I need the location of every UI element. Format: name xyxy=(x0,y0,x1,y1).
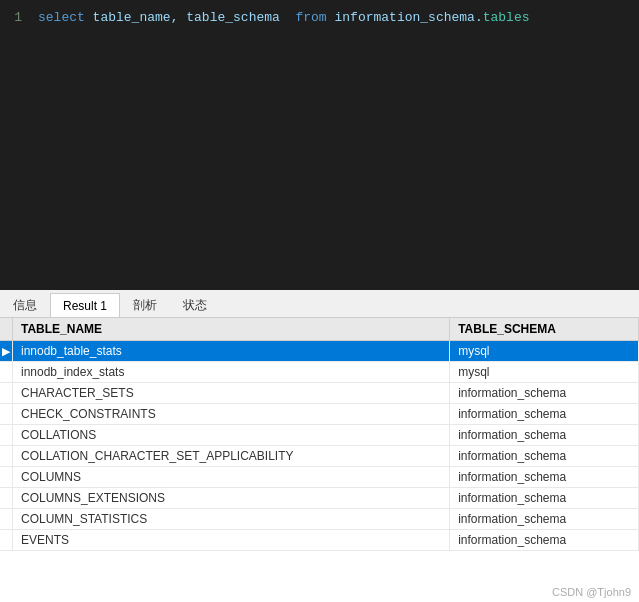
table-schema-cell: information_schema xyxy=(450,425,639,446)
table-row[interactable]: EVENTSinformation_schema xyxy=(0,530,639,551)
table-row[interactable]: CHARACTER_SETSinformation_schema xyxy=(0,383,639,404)
table-schema-cell: information_schema xyxy=(450,467,639,488)
table-name-cell: innodb_table_stats xyxy=(13,341,450,362)
row-indicator xyxy=(0,530,13,551)
table-row[interactable]: COLUMNS_EXTENSIONSinformation_schema xyxy=(0,488,639,509)
col-header-table-name: TABLE_NAME xyxy=(13,318,450,341)
tab-status[interactable]: 状态 xyxy=(170,293,220,317)
table-row[interactable]: COLLATION_CHARACTER_SET_APPLICABILITYinf… xyxy=(0,446,639,467)
row-indicator xyxy=(0,425,13,446)
row-indicator xyxy=(0,446,13,467)
tab-info[interactable]: 信息 xyxy=(0,293,50,317)
table-row[interactable]: ▶innodb_table_statsmysql xyxy=(0,341,639,362)
indicator-header xyxy=(0,318,13,341)
table-schema-cell: information_schema xyxy=(450,404,639,425)
row-indicator xyxy=(0,383,13,404)
table-name-cell: COLUMNS xyxy=(13,467,450,488)
row-indicator xyxy=(0,404,13,425)
table-schema-cell: information_schema xyxy=(450,530,639,551)
table-name-cell: COLLATION_CHARACTER_SET_APPLICABILITY xyxy=(13,446,450,467)
tab-bar: 信息 Result 1 剖析 状态 xyxy=(0,290,639,318)
table-schema-cell: mysql xyxy=(450,362,639,383)
tab-profile[interactable]: 剖析 xyxy=(120,293,170,317)
table-row[interactable]: COLLATIONSinformation_schema xyxy=(0,425,639,446)
tab-result1[interactable]: Result 1 xyxy=(50,293,120,317)
table-row[interactable]: COLUMN_STATISTICSinformation_schema xyxy=(0,509,639,530)
result-table-container: TABLE_NAME TABLE_SCHEMA ▶innodb_table_st… xyxy=(0,318,639,602)
table-schema-cell: information_schema xyxy=(450,383,639,404)
table-schema-cell: mysql xyxy=(450,341,639,362)
code-content[interactable]: select table_name, table_schema from inf… xyxy=(38,8,530,28)
table-name-cell: COLLATIONS xyxy=(13,425,450,446)
row-indicator xyxy=(0,467,13,488)
table-row[interactable]: COLUMNSinformation_schema xyxy=(0,467,639,488)
table-schema-cell: information_schema xyxy=(450,446,639,467)
editor-area: 1 select table_name, table_schema from i… xyxy=(0,0,639,290)
row-indicator xyxy=(0,509,13,530)
code-line-1: 1 select table_name, table_schema from i… xyxy=(0,8,639,28)
bottom-panel: 信息 Result 1 剖析 状态 TABLE_NAME TABLE_SCHEM… xyxy=(0,290,639,602)
line-number-1: 1 xyxy=(8,8,38,28)
watermark: CSDN @Tjohn9 xyxy=(552,586,631,598)
row-indicator: ▶ xyxy=(0,341,13,362)
result-table: TABLE_NAME TABLE_SCHEMA ▶innodb_table_st… xyxy=(0,318,639,551)
table-header-row: TABLE_NAME TABLE_SCHEMA xyxy=(0,318,639,341)
table-name-cell: CHECK_CONSTRAINTS xyxy=(13,404,450,425)
col-header-table-schema: TABLE_SCHEMA xyxy=(450,318,639,341)
table-row[interactable]: innodb_index_statsmysql xyxy=(0,362,639,383)
table-name-cell: CHARACTER_SETS xyxy=(13,383,450,404)
table-name-cell: COLUMN_STATISTICS xyxy=(13,509,450,530)
row-indicator xyxy=(0,362,13,383)
table-name-cell: innodb_index_stats xyxy=(13,362,450,383)
table-schema-cell: information_schema xyxy=(450,488,639,509)
row-indicator xyxy=(0,488,13,509)
table-name-cell: EVENTS xyxy=(13,530,450,551)
table-name-cell: COLUMNS_EXTENSIONS xyxy=(13,488,450,509)
table-schema-cell: information_schema xyxy=(450,509,639,530)
table-row[interactable]: CHECK_CONSTRAINTSinformation_schema xyxy=(0,404,639,425)
